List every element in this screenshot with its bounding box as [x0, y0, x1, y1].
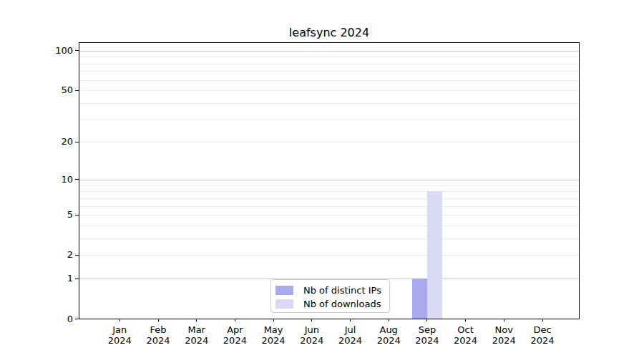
- major-gridline: [79, 51, 579, 52]
- x-tick-mark: [273, 319, 274, 321]
- x-tick-mark: [504, 319, 504, 321]
- legend-entry-downloads: Nb of downloads: [275, 297, 385, 311]
- minor-gridline: [79, 206, 579, 207]
- plot-area: [79, 42, 580, 319]
- legend-label-downloads: Nb of downloads: [303, 299, 381, 309]
- x-tick-mark: [389, 319, 389, 321]
- minor-gridline: [79, 185, 579, 186]
- y-tick-mark: [75, 319, 79, 319]
- x-tick-mark: [196, 319, 197, 321]
- minor-gridline: [79, 103, 579, 104]
- y-tick-mark: [75, 279, 79, 279]
- y-tick-mark: [75, 255, 79, 256]
- chart-canvas: leafsync 2024 Nb of distinct IPs Nb of d…: [0, 0, 644, 358]
- bar-distinct-ips: [412, 279, 427, 319]
- minor-gridline: [79, 120, 579, 120]
- minor-gridline: [79, 198, 579, 199]
- y-tick-label: 100: [14, 45, 73, 57]
- legend-swatch-downloads-icon: [275, 299, 293, 309]
- y-tick-mark: [75, 142, 79, 142]
- minor-gridline: [79, 191, 579, 192]
- y-tick-label: 1: [14, 273, 73, 284]
- x-tick-mark: [158, 319, 159, 321]
- x-tick-year: 2024: [519, 335, 565, 346]
- minor-gridline: [79, 80, 579, 81]
- x-tick-mark: [542, 319, 543, 321]
- y-tick-label: 5: [14, 209, 73, 221]
- x-tick-mark: [426, 319, 427, 321]
- minor-gridline: [79, 64, 579, 64]
- x-tick-label: Dec2024: [519, 324, 565, 346]
- x-tick-mark: [235, 319, 235, 321]
- minor-gridline: [79, 215, 579, 216]
- x-tick-mark: [119, 319, 120, 321]
- x-tick-mark: [465, 319, 466, 321]
- minor-gridline: [79, 90, 579, 91]
- minor-gridline: [79, 71, 579, 72]
- y-tick-label: 2: [14, 249, 73, 261]
- minor-gridline: [79, 142, 579, 142]
- minor-gridline: [79, 226, 579, 226]
- chart-title: leafsync 2024: [79, 26, 580, 39]
- y-tick-label: 0: [14, 314, 73, 325]
- legend-label-distinct-ips: Nb of distinct IPs: [303, 285, 381, 296]
- minor-gridline: [79, 238, 579, 239]
- y-tick-mark: [75, 215, 79, 216]
- minor-gridline: [79, 255, 579, 256]
- y-tick-label: 10: [14, 174, 73, 185]
- bar-downloads: [427, 191, 442, 319]
- y-tick-label: 20: [14, 136, 73, 147]
- y-tick-label: 50: [14, 84, 73, 96]
- x-tick-mark: [311, 319, 312, 321]
- x-tick-mark: [350, 319, 351, 321]
- x-tick-month: Dec: [519, 324, 565, 335]
- legend-entry-distinct-ips: Nb of distinct IPs: [275, 284, 385, 297]
- minor-gridline: [79, 57, 579, 57]
- y-tick-mark: [75, 179, 79, 180]
- legend: Nb of distinct IPs Nb of downloads: [270, 279, 390, 313]
- legend-swatch-distinct-ips-icon: [275, 286, 293, 295]
- y-tick-mark: [75, 50, 79, 51]
- y-tick-mark: [75, 90, 79, 91]
- major-gridline: [79, 180, 579, 180]
